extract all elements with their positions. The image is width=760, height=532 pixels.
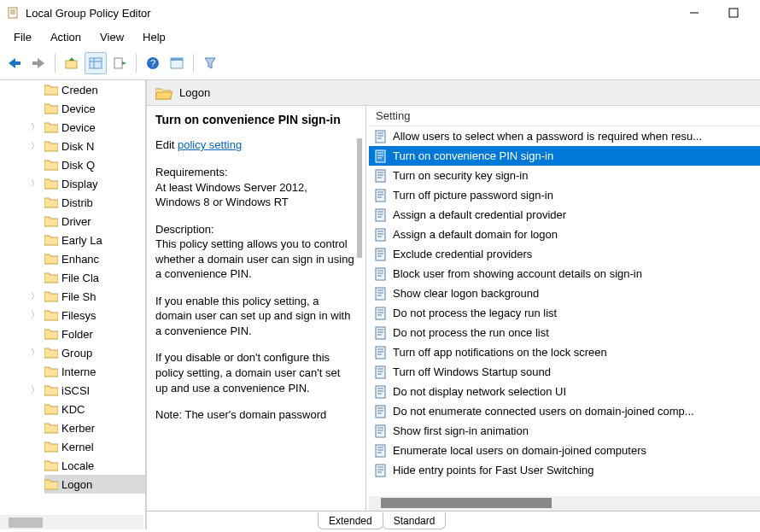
description-scrollbar[interactable] [357, 138, 362, 258]
policy-list-item[interactable]: Allow users to select when a password is… [369, 126, 760, 146]
svg-marker-35 [44, 330, 58, 339]
folder-icon [44, 234, 58, 246]
policy-item-label: Do not process the run once list [393, 326, 549, 339]
policy-list-item[interactable]: Do not display network selection UI [369, 382, 760, 401]
menu-view[interactable]: View [91, 29, 132, 45]
tree-item[interactable]: Kerber [44, 418, 145, 437]
policy-list-item[interactable]: Enumerate local users on domain-joined c… [369, 441, 760, 460]
properties-button[interactable] [166, 52, 188, 74]
folder-icon [44, 121, 58, 133]
tree-item[interactable]: 〉Filesys [44, 306, 145, 324]
list-view-button[interactable] [85, 52, 107, 74]
maximize-button[interactable] [714, 0, 753, 26]
up-folder-button[interactable] [61, 52, 83, 74]
tree-item[interactable]: 〉Device [44, 118, 145, 137]
tree-item[interactable]: Creden [44, 80, 145, 99]
edit-policy-link[interactable]: policy setting [178, 138, 242, 151]
policy-list-item[interactable]: Turn off Windows Startup sound [369, 362, 760, 382]
menu-action[interactable]: Action [42, 29, 90, 45]
policy-list-item[interactable]: Do not process the run once list [369, 323, 760, 342]
back-button[interactable] [3, 52, 26, 74]
svg-marker-29 [44, 217, 58, 226]
tree-item-label: Kernel [61, 441, 94, 453]
expand-chevron-icon[interactable]: 〉 [29, 309, 41, 321]
svg-marker-24 [44, 123, 58, 132]
tree-item[interactable]: Logon [44, 475, 145, 494]
tree-pane[interactable]: CredenDevice〉Device〉Disk NDisk Q〉Display… [0, 80, 147, 529]
tree-item[interactable]: 〉iSCSI [44, 381, 145, 400]
list-column-header[interactable]: Setting [369, 106, 760, 126]
policy-item-label: Do not enumerate connected users on doma… [393, 405, 694, 418]
policy-list-item[interactable]: Assign a default credential provider [369, 205, 760, 225]
policy-item-label: Assign a default credential provider [393, 208, 566, 221]
menu-file[interactable]: File [5, 29, 40, 45]
tree-item-label: Device [61, 121, 96, 134]
svg-marker-38 [44, 386, 58, 395]
tree-item[interactable]: Locale [44, 456, 145, 475]
policy-list-item[interactable]: Turn off app notifications on the lock s… [369, 342, 760, 362]
policy-item-label: Enumerate local users on domain-joined c… [393, 444, 646, 457]
svg-rect-66 [376, 229, 385, 241]
policy-list-item[interactable]: Exclude credential providers [369, 244, 760, 264]
policy-list-item[interactable]: Assign a default domain for logon [369, 225, 760, 244]
forward-button[interactable] [27, 52, 50, 74]
tree-item-label: Display [61, 178, 98, 190]
policy-item-icon [374, 189, 388, 202]
policy-item-label: Turn on security key sign-in [393, 169, 528, 182]
tree-item[interactable]: Driver [44, 212, 145, 231]
tab-extended[interactable]: Extended [318, 512, 383, 529]
svg-marker-28 [44, 198, 58, 208]
expand-chevron-icon[interactable]: 〉 [29, 178, 41, 190]
tree-item[interactable]: 〉Group [44, 343, 145, 362]
export-button[interactable] [108, 52, 131, 74]
folder-icon [44, 178, 58, 190]
description-label: Description: [155, 223, 214, 236]
policy-list-item[interactable]: Hide entry points for Fast User Switchin… [369, 460, 760, 480]
policy-list-item[interactable]: Do not enumerate connected users on doma… [369, 401, 760, 421]
folder-icon [44, 441, 58, 453]
tree-item-label: Logon [61, 478, 92, 491]
svg-rect-82 [376, 307, 385, 319]
tree-item[interactable]: Distrib [44, 193, 145, 212]
policy-item-icon [374, 169, 388, 183]
policy-list-item[interactable]: Show clear logon background [369, 284, 760, 303]
svg-marker-33 [44, 292, 58, 301]
svg-rect-62 [376, 209, 385, 221]
tree-item[interactable]: Folder [44, 324, 145, 343]
expand-chevron-icon[interactable]: 〉 [29, 140, 41, 152]
tree-item[interactable]: KDC [44, 400, 145, 418]
svg-marker-27 [44, 179, 58, 189]
expand-chevron-icon[interactable]: 〉 [29, 347, 41, 359]
tree-item[interactable]: Early La [44, 231, 145, 249]
tree-item[interactable]: Device [44, 99, 145, 118]
tree-item[interactable]: File Cla [44, 268, 145, 287]
folder-icon [44, 159, 58, 171]
tree-item[interactable]: Kernel [44, 437, 145, 456]
menu-help[interactable]: Help [134, 29, 174, 45]
expand-chevron-icon[interactable]: 〉 [29, 384, 41, 396]
tree-item[interactable]: Enhanc [44, 249, 145, 268]
policy-item-label: Turn on convenience PIN sign-in [393, 149, 553, 162]
tree-item[interactable]: 〉Disk N [44, 137, 145, 155]
policy-list-item[interactable]: Turn off picture password sign-in [369, 185, 760, 205]
tree-item[interactable]: 〉Display [44, 174, 145, 193]
expand-chevron-icon[interactable]: 〉 [29, 121, 41, 133]
tree-horizontal-scrollbar[interactable] [0, 515, 143, 529]
list-horizontal-scrollbar[interactable] [369, 496, 760, 511]
minimize-button[interactable] [675, 0, 714, 26]
tree-item-label: Folder [61, 328, 93, 341]
policy-list-item[interactable]: Show first sign-in animation [369, 421, 760, 441]
policy-list-item[interactable]: Do not process the legacy run list [369, 303, 760, 323]
expand-chevron-icon[interactable]: 〉 [29, 290, 41, 302]
tree-item[interactable]: Disk Q [44, 155, 145, 174]
policy-list-item[interactable]: Turn on security key sign-in [369, 166, 760, 185]
policy-list-item[interactable]: Turn on convenience PIN sign-in [369, 146, 760, 166]
policy-list-item[interactable]: Block user from showing account details … [369, 264, 760, 284]
tab-standard[interactable]: Standard [383, 512, 447, 529]
tree-item[interactable]: 〉File Sh [44, 287, 145, 306]
filter-button[interactable] [199, 52, 221, 74]
svg-rect-58 [376, 190, 385, 202]
help-button[interactable]: ? [142, 52, 164, 74]
policy-item-label: Block user from showing account details … [393, 267, 642, 280]
tree-item[interactable]: Interne [44, 362, 145, 381]
